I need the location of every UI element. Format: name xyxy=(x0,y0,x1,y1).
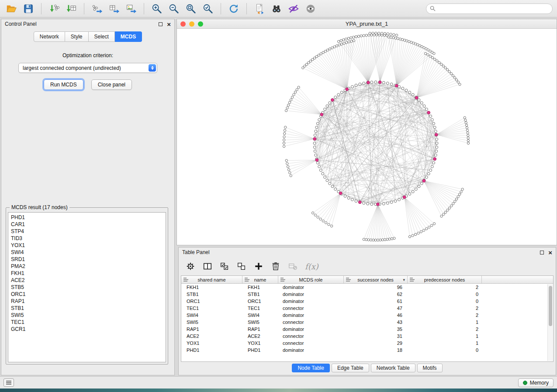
function-builder-icon[interactable]: f(x) xyxy=(305,262,318,271)
table-row[interactable]: ORC1ORC1dominator610 xyxy=(181,298,553,305)
column-header-successor-nodes[interactable]: successor nodes▾ xyxy=(344,276,408,283)
table-row[interactable]: RAP1RAP1dominator352 xyxy=(181,326,553,333)
export-network-icon[interactable] xyxy=(90,2,104,15)
table-cell: SWI4 xyxy=(242,313,278,318)
tab-edge-table[interactable]: Edge Table xyxy=(332,364,369,372)
mcds-result-item[interactable]: ORC1 xyxy=(11,291,163,298)
mcds-result-item[interactable]: SWI4 xyxy=(11,249,163,256)
float-panel-icon[interactable] xyxy=(159,22,163,26)
show-visibility-icon[interactable] xyxy=(304,2,318,15)
table-cell: dominator xyxy=(278,313,344,318)
network-view[interactable] xyxy=(177,29,557,245)
close-table-panel-icon[interactable]: × xyxy=(548,251,552,254)
mcds-result-item[interactable]: SWI5 xyxy=(11,312,163,319)
mcds-result-item[interactable]: TEC1 xyxy=(11,319,163,326)
export-document-icon[interactable] xyxy=(253,2,266,15)
mcds-result-item[interactable]: TID3 xyxy=(11,235,163,242)
column-icon xyxy=(346,277,351,282)
table-row[interactable]: SWI5SWI5connector431 xyxy=(181,319,553,326)
tab-network[interactable]: Network xyxy=(34,31,65,42)
network-titlebar[interactable]: YPA_prune.txt_1 xyxy=(177,19,557,29)
open-file-icon[interactable] xyxy=(4,2,18,15)
table-row[interactable]: SWI4SWI4dominator462 xyxy=(181,312,553,319)
toolbar-separator xyxy=(84,3,84,14)
table-cell: 46 xyxy=(344,313,408,318)
mcds-result-item[interactable]: STB1 xyxy=(11,305,163,312)
table-scrollbar[interactable] xyxy=(547,284,553,361)
mcds-result-item[interactable]: SRD1 xyxy=(11,256,163,263)
search-binoculars-icon[interactable] xyxy=(270,2,284,15)
export-table-icon[interactable] xyxy=(107,2,121,15)
hide-visibility-icon[interactable] xyxy=(287,2,301,15)
table-row[interactable]: TEC1TEC1connector472 xyxy=(181,305,553,312)
run-mcds-button[interactable]: Run MCDS xyxy=(44,79,83,90)
search-input[interactable] xyxy=(438,6,549,12)
table-tabs: Node Table Edge Table Network Table Moti… xyxy=(179,364,556,372)
tab-motifs[interactable]: Motifs xyxy=(417,364,443,372)
mcds-result-item[interactable]: PMA2 xyxy=(11,263,163,270)
tab-select[interactable]: Select xyxy=(89,31,115,42)
close-panel-icon[interactable]: × xyxy=(167,22,171,26)
select-all-icon[interactable] xyxy=(220,261,229,271)
float-table-panel-icon[interactable] xyxy=(540,251,544,254)
table-cell: ACE2 xyxy=(242,334,278,339)
table-row[interactable]: STB1STB1dominator620 xyxy=(181,291,553,298)
toolbar-separator xyxy=(144,3,144,14)
table-row[interactable]: FKH1FKH1dominator962 xyxy=(181,284,553,291)
toolbar-separator xyxy=(221,3,221,14)
status-bar: Memory xyxy=(0,376,557,389)
network-graph[interactable] xyxy=(177,29,557,245)
column-header-name[interactable]: name xyxy=(242,276,278,283)
import-table-icon[interactable] xyxy=(64,2,78,15)
mcds-result-item[interactable]: RAP1 xyxy=(11,298,163,305)
search-box[interactable] xyxy=(426,3,553,14)
table-cell: connector xyxy=(278,334,344,339)
mcds-result-item[interactable]: ACE2 xyxy=(11,277,163,284)
table-row[interactable]: YOX1YOX1connector291 xyxy=(181,340,553,347)
clear-disabled-icon[interactable] xyxy=(288,261,298,271)
criterion-dropdown[interactable]: largest connected component (undirected) xyxy=(18,63,157,73)
memory-button[interactable]: Memory xyxy=(518,378,554,387)
zoom-in-icon[interactable] xyxy=(150,2,164,15)
mcds-result-list[interactable]: PHD1CAR1STP4TID3YOX1SWI4SRD1PMA2FKH1ACE2… xyxy=(8,212,166,362)
tab-style[interactable]: Style xyxy=(65,31,89,42)
mcds-result-item[interactable]: PHD1 xyxy=(11,214,163,221)
add-entry-icon[interactable] xyxy=(254,261,263,271)
column-header-mcds-role[interactable]: MCDS role xyxy=(278,276,344,283)
mcds-result-item[interactable]: STP4 xyxy=(11,228,163,235)
delete-entry-icon[interactable] xyxy=(271,261,280,271)
network-window: YPA_prune.txt_1 xyxy=(176,19,557,245)
tab-mcds[interactable]: MCDS xyxy=(115,31,142,42)
table-cell: dominator xyxy=(278,299,344,304)
table-cell: connector xyxy=(278,340,344,346)
table-toolbar: f(x) xyxy=(179,257,556,275)
mcds-result-title: MCDS result (17 nodes) xyxy=(10,204,69,210)
mcds-result-item[interactable]: STB5 xyxy=(11,284,163,291)
export-image-icon[interactable] xyxy=(124,2,138,15)
scrollbar-thumb[interactable] xyxy=(549,286,552,326)
tab-network-table[interactable]: Network Table xyxy=(371,364,415,372)
mcds-result-item[interactable]: FKH1 xyxy=(11,270,163,277)
zoom-out-icon[interactable] xyxy=(167,2,181,15)
zoom-fit-icon[interactable] xyxy=(184,2,198,15)
show-columns-icon[interactable] xyxy=(203,261,212,271)
table-cell: YOX1 xyxy=(242,340,278,346)
tab-node-table[interactable]: Node Table xyxy=(292,364,330,372)
deselect-all-icon[interactable] xyxy=(237,261,246,271)
mcds-result-item[interactable]: YOX1 xyxy=(11,242,163,249)
column-header-predecessor-nodes[interactable]: predecessor nodes xyxy=(408,276,482,283)
table-row[interactable]: ACE2ACE2connector311 xyxy=(181,333,553,340)
column-header-filler xyxy=(482,276,553,283)
save-session-icon[interactable] xyxy=(21,2,35,15)
import-network-icon[interactable] xyxy=(47,2,61,15)
mcds-result-item[interactable]: GCR1 xyxy=(11,326,163,333)
table-settings-icon[interactable] xyxy=(186,261,195,271)
toolbar-separator xyxy=(246,3,247,14)
refresh-layout-icon[interactable] xyxy=(227,2,241,15)
close-panel-button[interactable]: Close panel xyxy=(91,79,132,90)
table-row[interactable]: PHD1PHD1dominator180 xyxy=(181,347,553,354)
column-header-shared-name[interactable]: shared name xyxy=(181,276,242,283)
task-list-icon[interactable] xyxy=(3,378,14,387)
zoom-selected-icon[interactable] xyxy=(201,2,215,15)
mcds-result-item[interactable]: CAR1 xyxy=(11,221,163,228)
